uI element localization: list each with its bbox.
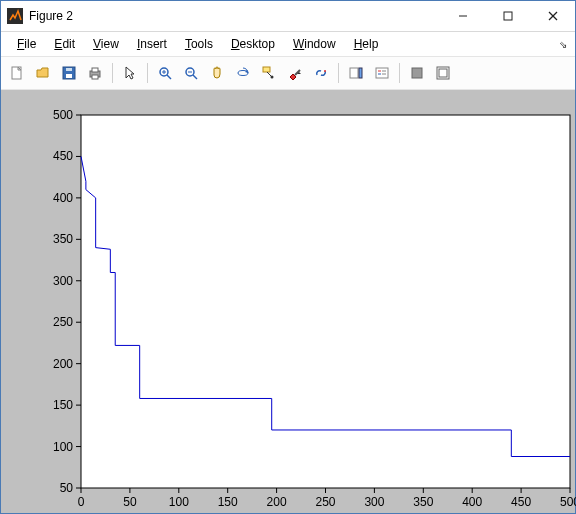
figure-toolbar [1,57,575,90]
svg-rect-32 [412,68,422,78]
hide-tools-icon [409,65,425,81]
link-icon [313,65,329,81]
insert-legend-button[interactable] [370,61,394,85]
zoom-out-icon [183,65,199,81]
pointer-icon [122,65,138,81]
menu-desktop[interactable]: Desktop [225,35,281,53]
svg-rect-10 [92,68,98,72]
brush-button[interactable] [283,61,307,85]
x-tick-label: 150 [218,495,238,509]
svg-rect-7 [66,74,72,78]
svg-rect-11 [92,75,98,79]
svg-rect-27 [376,68,388,78]
pan-button[interactable] [205,61,229,85]
x-tick-label: 400 [462,495,482,509]
open-folder-icon [35,65,51,81]
x-tick-label: 300 [364,495,384,509]
y-tick-label: 100 [53,440,73,454]
pan-hand-icon [209,65,225,81]
menu-window[interactable]: Window [287,35,342,53]
zoom-in-button[interactable] [153,61,177,85]
figure-canvas-area: 0501001502002503003504004505005010015020… [1,90,575,513]
y-tick-label: 300 [53,274,73,288]
x-tick-label: 200 [267,495,287,509]
save-button[interactable] [57,61,81,85]
menu-file[interactable]: File [11,35,42,53]
toolbar-separator [112,63,113,83]
brush-icon [287,65,303,81]
dock-icon [435,65,451,81]
menu-bar: File Edit View Insert Tools Desktop Wind… [1,32,575,57]
rotate3d-icon [235,65,251,81]
data-cursor-icon [261,65,277,81]
axes-box [81,115,570,488]
colorbar-icon [348,65,364,81]
matlab-icon [7,8,23,24]
figure-window: Figure 2 File Edit View Insert Tools Des… [0,0,576,514]
y-tick-label: 150 [53,398,73,412]
edit-plot-button[interactable] [118,61,142,85]
menu-tools[interactable]: Tools [179,35,219,53]
y-tick-label: 400 [53,191,73,205]
zoom-in-icon [157,65,173,81]
y-tick-label: 250 [53,315,73,329]
y-tick-label: 500 [53,108,73,122]
new-file-icon [9,65,25,81]
svg-rect-34 [439,69,447,77]
link-button[interactable] [309,61,333,85]
print-button[interactable] [83,61,107,85]
axes[interactable]: 0501001502002503003504004505005010015020… [11,100,576,514]
svg-rect-20 [263,67,270,72]
svg-point-22 [271,76,274,79]
svg-line-13 [167,75,171,79]
y-tick-label: 50 [60,481,74,495]
hide-plot-tools-button[interactable] [405,61,429,85]
menu-help[interactable]: Help [348,35,385,53]
x-tick-label: 0 [78,495,85,509]
x-tick-label: 500 [560,495,576,509]
svg-rect-2 [504,12,512,20]
menu-insert[interactable]: Insert [131,35,173,53]
menu-file-rest: ile [24,37,36,51]
insert-colorbar-button[interactable] [344,61,368,85]
print-icon [87,65,103,81]
x-tick-label: 100 [169,495,189,509]
title-bar: Figure 2 [1,1,575,32]
data-cursor-button[interactable] [257,61,281,85]
toolbar-separator [338,63,339,83]
dock-menu-icon[interactable]: ⇘ [559,39,567,50]
toolbar-separator [399,63,400,83]
svg-line-17 [193,75,197,79]
close-button[interactable] [530,2,575,30]
svg-rect-8 [66,68,72,71]
svg-rect-26 [359,68,362,78]
x-tick-label: 350 [413,495,433,509]
toolbar-separator [147,63,148,83]
show-plot-tools-button[interactable] [431,61,455,85]
x-tick-label: 250 [315,495,335,509]
new-figure-button[interactable] [5,61,29,85]
open-button[interactable] [31,61,55,85]
x-tick-label: 50 [123,495,137,509]
legend-icon [374,65,390,81]
save-icon [61,65,77,81]
minimize-button[interactable] [440,2,485,30]
svg-point-24 [324,70,326,72]
menu-view[interactable]: View [87,35,125,53]
rotate3d-button[interactable] [231,61,255,85]
svg-rect-25 [350,68,358,78]
zoom-out-button[interactable] [179,61,203,85]
maximize-button[interactable] [485,2,530,30]
x-tick-label: 450 [511,495,531,509]
svg-rect-0 [7,8,23,24]
y-tick-label: 350 [53,232,73,246]
window-title: Figure 2 [29,9,73,23]
y-tick-label: 200 [53,357,73,371]
menu-edit[interactable]: Edit [48,35,81,53]
y-tick-label: 450 [53,149,73,163]
